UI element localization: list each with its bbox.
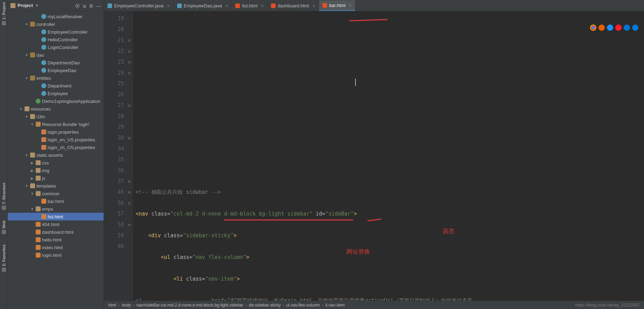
tree-item-login-html[interactable]: login.html: [8, 251, 104, 259]
tree-item-controller[interactable]: controller: [8, 20, 104, 28]
tree-item-common[interactable]: common: [8, 190, 104, 197]
tree-item-login_en_us-properties[interactable]: login_en_US.properties: [8, 136, 104, 143]
tree-arrow-icon[interactable]: [25, 153, 29, 157]
tree-label: index.html: [42, 245, 63, 250]
breadcrumb-segment[interactable]: div.sidebar-sticky: [249, 303, 281, 308]
tree-item-logincontroller[interactable]: LoginController: [8, 43, 104, 51]
tree-item-demo1springbootapplication[interactable]: Demo1springbootApplication: [8, 97, 104, 105]
editor-tab-list-html[interactable]: list.html×: [232, 0, 268, 11]
strip-web[interactable]: Web: [2, 220, 6, 234]
gear-icon[interactable]: ⚙: [89, 3, 94, 8]
tree-arrow-icon[interactable]: [30, 176, 34, 180]
tree-item-js[interactable]: js: [8, 174, 104, 182]
tree-arrow-icon[interactable]: [30, 122, 34, 126]
tree-item-img[interactable]: img: [8, 167, 104, 174]
tree-item-templates[interactable]: templates: [8, 182, 104, 190]
tree-item-mylocalresolver[interactable]: myLocalResolver: [8, 13, 104, 20]
opera-icon[interactable]: [615, 24, 622, 31]
file-type-icon: [41, 214, 46, 219]
tree-arrow-icon[interactable]: [30, 161, 34, 165]
edge-icon[interactable]: [632, 24, 638, 31]
tree-item-login-properties[interactable]: login.properties: [8, 128, 104, 136]
ie-icon[interactable]: [624, 24, 630, 31]
breadcrumb-segment[interactable]: body: [122, 303, 131, 308]
tree-item-department[interactable]: Department: [8, 82, 104, 90]
strip-favorites[interactable]: 2: Favorites: [2, 245, 6, 272]
tree-label: entities: [36, 76, 51, 81]
editor-tab-employeedao-java[interactable]: EmployeeDao.java×: [174, 0, 232, 11]
strip-structure[interactable]: 7: Structure: [2, 183, 6, 210]
close-icon[interactable]: ×: [313, 3, 316, 8]
line-number: 21: [104, 35, 124, 46]
tree-item-emps[interactable]: emps: [8, 205, 104, 213]
tree-arrow-icon[interactable]: [25, 53, 29, 57]
tree-item-resources[interactable]: resources: [8, 105, 104, 113]
tree-item-index-html[interactable]: index.html: [8, 244, 104, 251]
tree-item-dashboard-html[interactable]: dashboard.html: [8, 228, 104, 236]
tree-arrow-icon[interactable]: [25, 184, 29, 188]
code-content[interactable]: 高亮 网址替换 <!-- 抽取公共片段 sidebar --> <nav cla…: [133, 11, 644, 301]
breadcrumb-segment[interactable]: ul.nav.flex-column: [286, 303, 320, 308]
project-tree[interactable]: myLocalResolvercontrollerEmployeeControl…: [8, 11, 104, 309]
code-editor[interactable]: 1920212223242526272829303435363746565758…: [104, 11, 644, 301]
fold-marker: [126, 78, 132, 89]
fold-marker[interactable]: ⊞: [126, 133, 132, 143]
tree-item-employeecontroller[interactable]: EmployeeController: [8, 28, 104, 36]
tree-item-entities[interactable]: entities: [8, 74, 104, 82]
breadcrumb-segment[interactable]: html: [108, 303, 116, 308]
tree-item-css[interactable]: css: [8, 159, 104, 167]
locate-icon[interactable]: ⦿: [75, 3, 80, 8]
tree-item-dao[interactable]: dao: [8, 51, 104, 59]
tree-item-list-html[interactable]: list.html: [8, 213, 104, 220]
tree-item-static-asserts[interactable]: static.asserts: [8, 151, 104, 159]
breadcrumb[interactable]: html›body›nav#sideBar.col-md-2.d-none.d-…: [104, 301, 644, 309]
tree-item-employee[interactable]: Employee: [8, 90, 104, 97]
breadcrumb-segment[interactable]: li.nav-item: [326, 303, 345, 308]
tree-item-login_zh_cn-properties[interactable]: login_zh_CN.properties: [8, 143, 104, 151]
project-dropdown-icon[interactable]: ▾: [36, 3, 38, 8]
tree-item-hellocontroller[interactable]: HelloController: [8, 36, 104, 43]
tree-arrow-icon[interactable]: [25, 76, 29, 80]
fold-marker[interactable]: ⊟: [126, 219, 132, 230]
project-panel-header: Project ▾ ⦿ ⇲ ⚙ —: [8, 0, 104, 11]
fold-marker[interactable]: ⊟: [126, 198, 132, 209]
tree-arrow-icon[interactable]: [25, 22, 29, 26]
fold-marker[interactable]: ⊞: [126, 187, 132, 198]
tree-arrow-icon[interactable]: [30, 207, 34, 211]
fold-marker[interactable]: ⊞: [126, 176, 132, 187]
tree-item-404-html[interactable]: 404.html: [8, 220, 104, 228]
hide-icon[interactable]: —: [96, 3, 101, 8]
close-icon[interactable]: ×: [167, 3, 170, 8]
chrome-icon[interactable]: [590, 24, 596, 31]
tree-item-employeedao[interactable]: EmployeeDao: [8, 66, 104, 74]
tree-item-hello-html[interactable]: hello.html: [8, 236, 104, 244]
tree-item-bar-html[interactable]: bar.html: [8, 197, 104, 205]
safari-icon[interactable]: [607, 24, 613, 31]
editor-tab-employeecontroller-java[interactable]: EmployeeController.java×: [104, 0, 174, 11]
tree-arrow-icon[interactable]: [25, 115, 29, 119]
fold-marker[interactable]: ⊟: [126, 68, 132, 78]
tree-item-i18n[interactable]: i18n: [8, 113, 104, 120]
file-type-icon: [41, 129, 46, 134]
firefox-icon[interactable]: [598, 24, 605, 31]
tree-arrow-icon[interactable]: [30, 169, 34, 173]
fold-marker[interactable]: ⊟: [126, 46, 132, 57]
fold-marker[interactable]: ⊟: [126, 57, 132, 68]
fold-marker[interactable]: ⊟: [126, 100, 132, 111]
collapse-icon[interactable]: ⇲: [82, 3, 87, 8]
breadcrumb-segment[interactable]: nav#sideBar.col-md-2.d-none.d-md-block.b…: [137, 303, 243, 308]
file-type-icon: [36, 168, 41, 173]
tree-arrow-icon[interactable]: [30, 192, 34, 196]
editor-tab-dashboard-html[interactable]: dashboard.html×: [268, 0, 319, 11]
tree-label: login.html: [42, 253, 62, 258]
close-icon[interactable]: ×: [261, 3, 264, 8]
tree-item-resource-bundle-login-[interactable]: Resource Bundle 'login': [8, 120, 104, 128]
tree-item-departmentdao[interactable]: DepartmentDao: [8, 59, 104, 66]
tree-arrow-icon[interactable]: [19, 107, 23, 111]
strip-project[interactable]: 1: Project: [2, 2, 6, 25]
close-icon[interactable]: ×: [349, 3, 352, 8]
close-icon[interactable]: ×: [226, 3, 228, 8]
fold-column[interactable]: ⊟⊟⊟⊟⊟⊞⊞⊞⊟⊟: [126, 11, 133, 301]
editor-tab-bar-html[interactable]: bar.html×: [319, 0, 355, 11]
fold-marker[interactable]: ⊟: [126, 35, 132, 46]
